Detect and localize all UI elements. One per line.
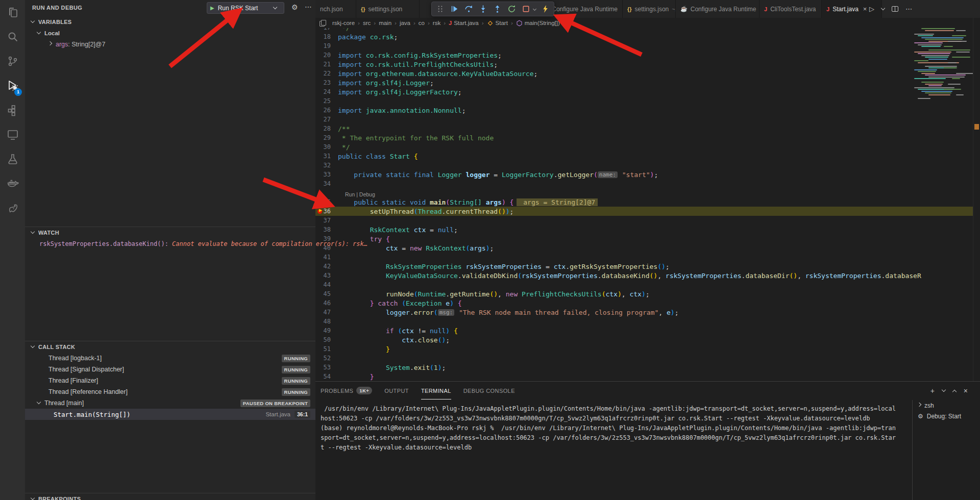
activity-bar-item-docker[interactable]: [0, 171, 25, 196]
activity-bar-item-run-and-debug[interactable]: 1: [0, 73, 25, 98]
breakpoints-section-header[interactable]: BREAKPOINTS: [25, 493, 315, 500]
code-line-25[interactable]: 25: [315, 96, 980, 106]
variables-scope-local[interactable]: Local: [25, 28, 315, 39]
code-line-23[interactable]: 23import org.slf4j.Logger;: [315, 78, 980, 87]
line-number[interactable]: 52: [315, 355, 338, 362]
line-number[interactable]: 37: [315, 217, 338, 224]
thread-row[interactable]: Thread [main]PAUSED ON BREAKPOINT: [25, 397, 315, 409]
terminal-output[interactable]: /usr/bin/env /Library/Internet\ Plug-Ins…: [321, 404, 909, 500]
breadcrumb-segment[interactable]: Start: [487, 20, 508, 27]
line-number[interactable]: 19: [315, 42, 338, 49]
step-over-icon[interactable]: [464, 4, 474, 14]
line-number[interactable]: 29: [315, 134, 338, 141]
breadcrumb-segment[interactable]: src: [363, 20, 371, 26]
line-number[interactable]: 20: [315, 52, 338, 59]
codelens-run-debug[interactable]: Run | Debug: [315, 188, 980, 197]
panel-tab-terminal[interactable]: TERMINAL: [421, 382, 451, 399]
drag-grip-icon[interactable]: [435, 4, 445, 14]
tab-configure-java-runtime[interactable]: ☕Configure Java Runtime: [676, 0, 760, 18]
line-number[interactable]: 47: [315, 309, 338, 316]
code-line-51[interactable]: 51 }: [315, 344, 980, 354]
code-line-40[interactable]: 40 ctx = new RskContext(args);: [315, 243, 980, 253]
watch-expression-row[interactable]: rskSystemProperties.databaseKind(): Cann…: [25, 238, 315, 249]
activity-bar-item-gradle[interactable]: [0, 196, 25, 220]
activity-bar-item-remote-explorer[interactable]: [0, 122, 25, 147]
line-number[interactable]: 28: [315, 125, 338, 132]
line-number[interactable]: 45: [315, 290, 338, 297]
breadcrumb-segment[interactable]: rskj-core: [332, 20, 355, 26]
code-line-41[interactable]: 41: [315, 253, 980, 262]
code-line-52[interactable]: 52: [315, 354, 980, 363]
step-into-icon[interactable]: [478, 4, 488, 14]
code-line-21[interactable]: 21import co.rsk.util.PreflightChecksUtil…: [315, 60, 980, 69]
code-line-18[interactable]: 18package co.rsk;: [315, 32, 980, 41]
line-number[interactable]: 41: [315, 254, 338, 261]
code-line-27[interactable]: 27: [315, 115, 980, 124]
chevron-down-icon[interactable]: [273, 5, 277, 9]
code-editor[interactable]: 17 */18package co.rsk;1920import co.rsk.…: [315, 23, 980, 381]
line-number[interactable]: 30: [315, 143, 338, 151]
line-number[interactable]: 26: [315, 107, 338, 114]
code-line-38[interactable]: 38 RskContext ctx = null;: [315, 225, 980, 234]
call-stack-section-header[interactable]: CALL STACK: [25, 341, 315, 353]
line-number[interactable]: 33: [315, 171, 338, 178]
code-line-54[interactable]: 54 }: [315, 372, 980, 381]
code-line-24[interactable]: 24import org.slf4j.LoggerFactory;: [315, 87, 980, 96]
line-number[interactable]: 23: [315, 79, 338, 86]
terminal-session-zsh[interactable]: zsh: [913, 400, 980, 411]
tab-settings-json[interactable]: {}settings.json: [356, 0, 420, 18]
breakpoint-paused-icon[interactable]: ▶: [317, 208, 326, 214]
line-number[interactable]: 49: [315, 327, 338, 334]
code-line-42[interactable]: 42 RskSystemProperties rskSystemProperti…: [315, 262, 980, 271]
code-line-30[interactable]: 30 */: [315, 142, 980, 152]
line-number[interactable]: 27: [315, 116, 338, 123]
stop-dropdown-chevron-icon[interactable]: [533, 7, 536, 11]
line-number[interactable]: 32: [315, 162, 338, 169]
line-number[interactable]: 50: [315, 336, 338, 343]
code-line-43[interactable]: 43 KeyValueDataSource.validateDbKind(rsk…: [315, 271, 980, 280]
code-line-28[interactable]: 28/**: [315, 124, 980, 133]
code-line-31[interactable]: 31public class Start {: [315, 152, 980, 161]
line-number[interactable]: 35: [315, 198, 338, 206]
activity-bar-item-testing[interactable]: [0, 147, 25, 171]
line-number[interactable]: 44: [315, 281, 338, 288]
thread-row[interactable]: Thread [Finalizer]RUNNING: [25, 375, 315, 386]
code-line-53[interactable]: 53 System.exit(1);: [315, 363, 980, 372]
code-line-22[interactable]: 22import org.ethereum.datasource.KeyValu…: [315, 69, 980, 78]
maximize-panel-icon[interactable]: [953, 389, 956, 392]
split-editor-icon[interactable]: [892, 6, 898, 12]
code-line-46[interactable]: 46 } catch (Exception e) {: [315, 298, 980, 308]
run-config-button[interactable]: ▶ Run RSK Start: [207, 2, 284, 14]
more-actions-icon[interactable]: ⋯: [305, 3, 312, 11]
panel-tab-output[interactable]: OUTPUT: [384, 382, 409, 399]
code-line-45[interactable]: 45 runNode(Runtime.getRuntime(), new Pre…: [315, 289, 980, 298]
code-line-26[interactable]: 26import javax.annotation.Nonnull;: [315, 106, 980, 115]
line-number[interactable]: 24: [315, 88, 338, 95]
continue-icon[interactable]: [450, 4, 459, 14]
code-line-34[interactable]: 34: [315, 179, 980, 188]
breadcrumb-segment[interactable]: rsk: [433, 20, 440, 26]
line-number[interactable]: 48: [315, 318, 338, 325]
dropdown-chevron-icon[interactable]: [881, 8, 885, 11]
code-line-49[interactable]: 49 if (ctx != null) {: [315, 326, 980, 335]
code-line-37[interactable]: 37: [315, 216, 980, 225]
line-number[interactable]: 42: [315, 263, 338, 270]
line-number[interactable]: 25: [315, 97, 338, 105]
line-number[interactable]: 43: [315, 272, 338, 279]
breadcrumb-segment[interactable]: main(String[]): [516, 20, 560, 27]
close-icon[interactable]: ×: [863, 5, 867, 13]
gear-icon[interactable]: ⚙: [291, 3, 298, 11]
minimap[interactable]: [913, 24, 970, 341]
code-line-35[interactable]: 35 public static void main(String[] args…: [315, 197, 980, 207]
variable-args-row[interactable]: args : String[2]@7: [25, 39, 315, 50]
line-number[interactable]: 38: [315, 226, 338, 233]
run-file-icon[interactable]: ▷: [869, 5, 874, 13]
activity-bar-item-extensions[interactable]: [0, 98, 25, 122]
line-number[interactable]: 34: [315, 180, 338, 187]
line-number[interactable]: 18: [315, 33, 338, 40]
variables-section-header[interactable]: VARIABLES: [25, 16, 315, 28]
line-number[interactable]: 21: [315, 61, 338, 68]
panel-tab-problems[interactable]: PROBLEMS1K+: [321, 382, 372, 399]
close-panel-icon[interactable]: ×: [964, 387, 968, 395]
breadcrumb-segment[interactable]: co: [419, 20, 425, 26]
